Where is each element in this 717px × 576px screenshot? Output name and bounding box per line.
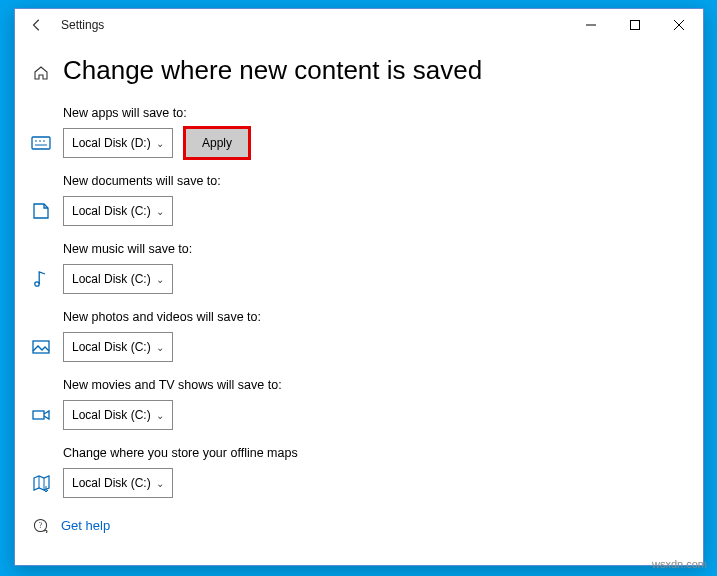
photos-dropdown[interactable]: Local Disk (C:) ⌄ bbox=[63, 332, 173, 362]
svg-rect-11 bbox=[33, 411, 44, 419]
setting-documents-label: New documents will save to: bbox=[63, 174, 687, 188]
titlebar: Settings bbox=[15, 9, 703, 41]
svg-point-9 bbox=[35, 282, 39, 286]
chevron-down-icon: ⌄ bbox=[156, 206, 164, 217]
help-row: ? Get help bbox=[31, 516, 687, 534]
help-icon: ? bbox=[31, 516, 49, 534]
chevron-down-icon: ⌄ bbox=[156, 410, 164, 421]
settings-window: Settings Change where new content is sav… bbox=[14, 8, 704, 566]
setting-photos: New photos and videos will save to: Loca… bbox=[31, 310, 687, 362]
svg-rect-10 bbox=[33, 341, 49, 353]
setting-photos-label: New photos and videos will save to: bbox=[63, 310, 687, 324]
app-title: Settings bbox=[61, 18, 104, 32]
music-dropdown[interactable]: Local Disk (C:) ⌄ bbox=[63, 264, 173, 294]
apply-button[interactable]: Apply bbox=[185, 128, 249, 158]
back-button[interactable] bbox=[23, 11, 51, 39]
setting-apps: New apps will save to: Local Disk (D:) ⌄… bbox=[31, 106, 687, 158]
documents-dropdown[interactable]: Local Disk (C:) ⌄ bbox=[63, 196, 173, 226]
apps-icon bbox=[31, 133, 51, 153]
setting-documents: New documents will save to: Local Disk (… bbox=[31, 174, 687, 226]
home-icon[interactable] bbox=[31, 63, 51, 83]
page-content: Change where new content is saved New ap… bbox=[15, 41, 703, 542]
chevron-down-icon: ⌄ bbox=[156, 478, 164, 489]
chevron-down-icon: ⌄ bbox=[156, 138, 164, 149]
music-icon bbox=[31, 269, 51, 289]
setting-maps: Change where you store your offline maps… bbox=[31, 446, 687, 498]
window-controls bbox=[569, 10, 701, 40]
photos-dropdown-value: Local Disk (C:) bbox=[72, 340, 156, 354]
close-button[interactable] bbox=[657, 10, 701, 40]
svg-rect-4 bbox=[32, 137, 50, 149]
minimize-button[interactable] bbox=[569, 10, 613, 40]
svg-rect-1 bbox=[631, 21, 640, 30]
svg-text:?: ? bbox=[38, 521, 42, 530]
maps-dropdown[interactable]: Local Disk (C:) ⌄ bbox=[63, 468, 173, 498]
document-icon bbox=[31, 201, 51, 221]
movies-dropdown-value: Local Disk (C:) bbox=[72, 408, 156, 422]
apply-button-label: Apply bbox=[202, 136, 232, 150]
music-dropdown-value: Local Disk (C:) bbox=[72, 272, 156, 286]
maps-icon bbox=[31, 473, 51, 493]
get-help-link[interactable]: Get help bbox=[61, 518, 110, 533]
chevron-down-icon: ⌄ bbox=[156, 342, 164, 353]
apps-dropdown[interactable]: Local Disk (D:) ⌄ bbox=[63, 128, 173, 158]
maps-dropdown-value: Local Disk (C:) bbox=[72, 476, 156, 490]
chevron-down-icon: ⌄ bbox=[156, 274, 164, 285]
setting-apps-label: New apps will save to: bbox=[63, 106, 687, 120]
watermark: wsxdn.com bbox=[652, 558, 707, 570]
setting-movies-label: New movies and TV shows will save to: bbox=[63, 378, 687, 392]
setting-movies: New movies and TV shows will save to: Lo… bbox=[31, 378, 687, 430]
movies-icon bbox=[31, 405, 51, 425]
heading-row: Change where new content is saved bbox=[31, 55, 687, 86]
setting-music-label: New music will save to: bbox=[63, 242, 687, 256]
page-title: Change where new content is saved bbox=[63, 55, 482, 86]
setting-maps-label: Change where you store your offline maps bbox=[63, 446, 687, 460]
setting-music: New music will save to: Local Disk (C:) … bbox=[31, 242, 687, 294]
documents-dropdown-value: Local Disk (C:) bbox=[72, 204, 156, 218]
maximize-button[interactable] bbox=[613, 10, 657, 40]
apps-dropdown-value: Local Disk (D:) bbox=[72, 136, 156, 150]
movies-dropdown[interactable]: Local Disk (C:) ⌄ bbox=[63, 400, 173, 430]
photos-icon bbox=[31, 337, 51, 357]
